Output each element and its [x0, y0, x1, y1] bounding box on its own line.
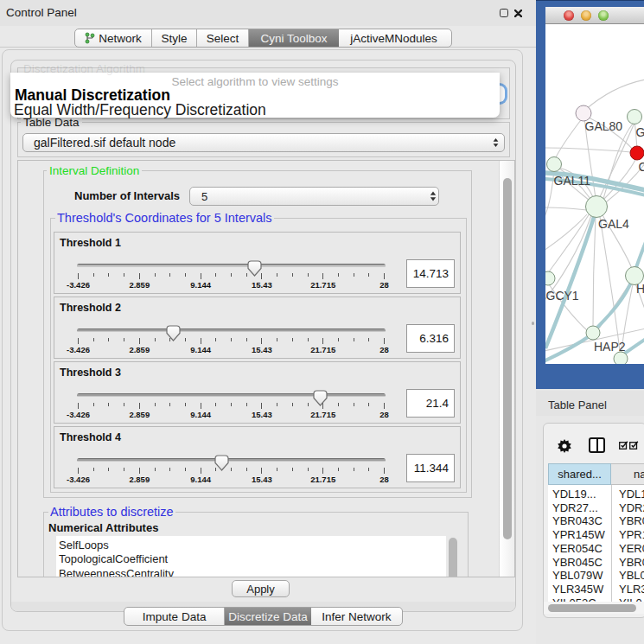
svg-text:GCY1: GCY1	[546, 289, 579, 303]
svg-text:G: G	[636, 125, 644, 139]
svg-text:GAL80: GAL80	[585, 119, 623, 133]
svg-text:GAL4: GAL4	[598, 217, 629, 231]
svg-text:HAP2: HAP2	[594, 340, 626, 354]
svg-text:C: C	[639, 160, 644, 174]
svg-text:GAL11: GAL11	[554, 174, 591, 188]
svg-text:H: H	[636, 282, 644, 296]
